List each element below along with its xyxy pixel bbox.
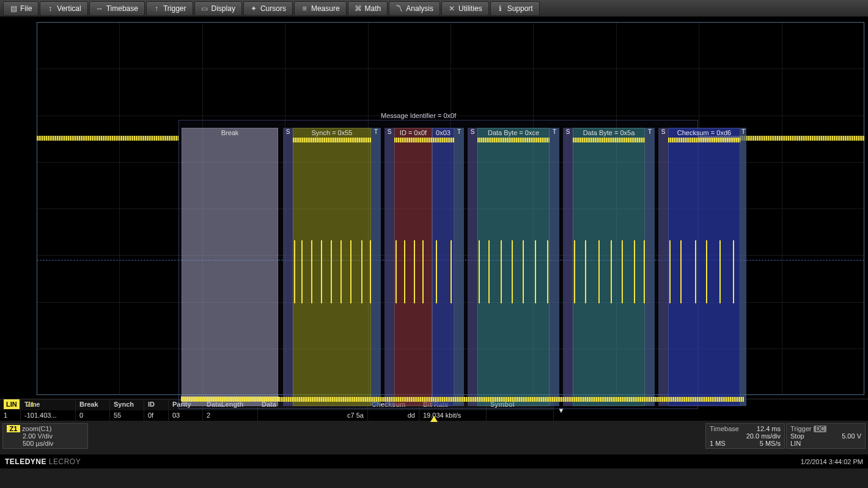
protocol-message-title: Message Identifier = 0x0f: [381, 112, 456, 119]
datetime: 1/2/2014 3:44:02 PM: [801, 458, 863, 465]
trigger-position-marker[interactable]: [430, 416, 438, 422]
menu-trigger[interactable]: ↑Trigger: [146, 1, 193, 16]
brand-logo: TELEDYNE LECROY: [5, 457, 81, 466]
val-symbol: [487, 410, 554, 421]
menu-vertical-label: Vertical: [57, 4, 81, 13]
field-data2-label: Data Byte = 0x5a: [573, 128, 644, 137]
field-synch-label: Synch = 0x55: [293, 128, 370, 137]
menu-measure[interactable]: ≡Measure: [294, 1, 347, 16]
menu-utilities-label: Utilities: [458, 4, 482, 13]
wave-high-synch: [293, 138, 371, 142]
val-synch: 55: [110, 410, 144, 421]
menu-cursors[interactable]: ✦Cursors: [243, 1, 293, 16]
file-icon: ▤: [10, 4, 17, 13]
menu-vertical[interactable]: ↕Vertical: [40, 1, 87, 16]
timebase-tdiv: 20.0 ms/div: [746, 432, 781, 440]
trigger-icon: ↑: [153, 4, 160, 13]
z1-tdiv: 500 µs/div: [7, 440, 84, 447]
menu-measure-label: Measure: [311, 4, 340, 13]
math-icon: ⌘: [355, 4, 362, 13]
field-checksum-label: Checksum = 0xd6: [669, 128, 740, 137]
channel-boxes: Z1 zoom(C1) 2.00 V/div 500 µs/div: [2, 423, 88, 449]
measure-icon: ≡: [301, 4, 308, 13]
wave-high-ck: [668, 138, 740, 142]
menu-support-label: Support: [507, 4, 533, 13]
trigger-source: LIN: [790, 440, 801, 447]
menu-cursors-label: Cursors: [260, 4, 286, 13]
z1-name: zoom(C1): [22, 425, 51, 432]
trigger-mode: Stop: [790, 432, 804, 440]
menu-support[interactable]: ℹSupport: [490, 1, 540, 16]
hdr-id: ID: [144, 399, 169, 410]
z1-tag: Z1: [7, 425, 20, 432]
timebase-icon: ↔: [96, 4, 103, 13]
vertical-icon: ↕: [46, 4, 54, 13]
menu-display-label: Display: [211, 4, 235, 13]
timebase-rate: 5 MS/s: [760, 440, 781, 447]
waveform-pulses: [179, 240, 697, 303]
wave-low-overall: [182, 397, 744, 402]
val-id: 0f: [144, 410, 169, 421]
trigger-box[interactable]: TriggerDC Stop5.00 V LIN: [786, 423, 866, 449]
val-datalength: 2: [203, 410, 258, 421]
menubar: ▤File ↕Vertical ↔Timebase ↑Trigger ▭Disp…: [0, 0, 868, 17]
cursors-icon: ✦: [250, 4, 257, 13]
brand-row: TELEDYNE LECROY 1/2/2014 3:44:02 PM: [0, 454, 868, 468]
dc-badge: DC: [814, 426, 826, 432]
chip-t-checksum: T: [740, 128, 746, 406]
val-bitrate: 19.034 kbit/s: [419, 410, 487, 421]
wave-high-d2: [573, 138, 645, 142]
trigger-title: Trigger: [790, 425, 811, 432]
val-time: -101.403...: [21, 410, 76, 421]
val-checksum: dd: [368, 410, 419, 421]
timebase-mem: 1 MS: [710, 440, 726, 447]
z1-settings-box[interactable]: Z1 zoom(C1) 2.00 V/div 500 µs/div: [2, 423, 88, 449]
protocol-overlay: Message Identifier = 0x0f Break S Synch …: [178, 120, 698, 409]
footer-panel: LIN 1 Time-101.403... Break0 Synch55 ID0…: [0, 399, 868, 488]
hdr-break: Break: [76, 399, 110, 410]
trigger-level: 5.00 V: [842, 432, 861, 440]
timebase-title: Timebase: [710, 425, 739, 432]
menu-math-label: Math: [365, 4, 381, 13]
display-icon: ▭: [201, 4, 208, 13]
decode-idx: 1: [0, 410, 21, 421]
menu-math[interactable]: ⌘Math: [348, 1, 388, 16]
menu-timebase[interactable]: ↔Timebase: [89, 1, 145, 16]
wave-high-d1: [477, 138, 550, 142]
field-data1-label: Data Byte = 0xce: [478, 128, 549, 137]
analysis-icon: 〽: [395, 4, 403, 13]
menu-trigger-label: Trigger: [163, 4, 186, 13]
z1-marker: Z1: [27, 401, 34, 408]
timebase-box[interactable]: Timebase12.4 ms 20.0 ms/div 1 MS5 MS/s: [705, 423, 785, 449]
hdr-synch: Synch: [110, 399, 144, 410]
z1-vdiv: 2.00 V/div: [7, 432, 84, 440]
svg-marker-0: [430, 416, 438, 422]
menu-analysis[interactable]: 〽Analysis: [389, 1, 440, 16]
timebase-pos: 12.4 ms: [757, 425, 781, 432]
wave-high-id: [394, 138, 454, 142]
field-break-label: Break: [182, 128, 278, 137]
menu-file-label: File: [20, 4, 32, 13]
waveform-area[interactable]: Message Identifier = 0x0f Break S Synch …: [0, 17, 868, 399]
menu-timebase-label: Timebase: [106, 4, 138, 13]
val-data: c7 5a: [258, 410, 368, 421]
lin-badge: LIN: [4, 399, 20, 409]
field-id-label: ID = 0x0f: [395, 128, 432, 137]
waveform-trace-left: [37, 136, 178, 141]
menu-file[interactable]: ▤File: [3, 1, 39, 16]
utilities-icon: ✕: [448, 4, 455, 13]
support-icon: ℹ: [497, 4, 504, 13]
menu-analysis-label: Analysis: [406, 4, 433, 13]
menu-display[interactable]: ▭Display: [194, 1, 242, 16]
val-break: 0: [76, 410, 110, 421]
status-row: Z1 zoom(C1) 2.00 V/div 500 µs/div Timeba…: [0, 421, 868, 454]
val-parity: 03: [169, 410, 203, 421]
field-parity-label: 0x03: [433, 128, 454, 137]
menu-utilities[interactable]: ✕Utilities: [441, 1, 489, 16]
